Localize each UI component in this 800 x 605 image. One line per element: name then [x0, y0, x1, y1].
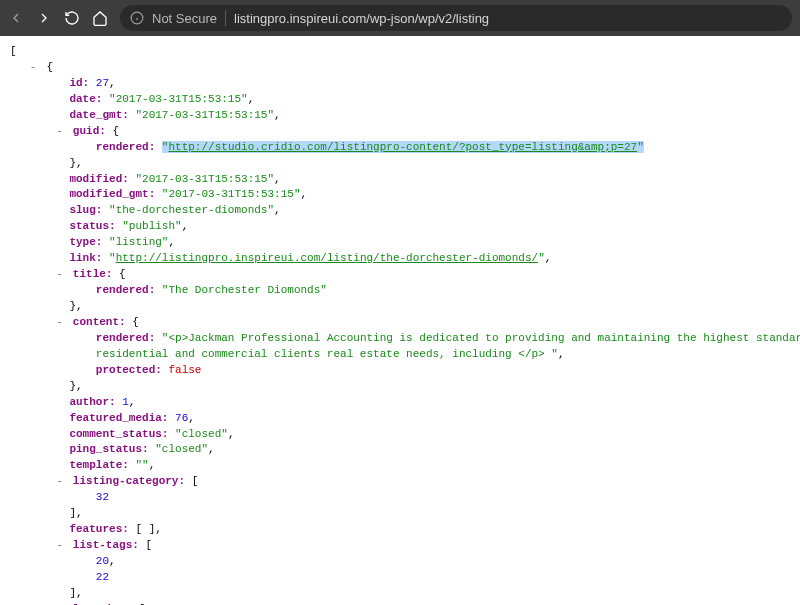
guid-rendered-value: "http://studio.cridio.com/listingpro-con… [162, 141, 644, 153]
url-text: listingpro.inspireui.com/wp-json/wp/v2/l… [234, 11, 489, 26]
title-rendered-value: "The Dorchester Diomonds" [162, 284, 327, 296]
status-value: "publish" [122, 220, 181, 232]
toggle-icon[interactable]: - [56, 124, 66, 140]
toggle-icon[interactable]: - [56, 267, 66, 283]
toggle-icon[interactable]: - [56, 474, 66, 490]
comment-status-value: "closed" [175, 428, 228, 440]
home-button[interactable] [92, 10, 108, 26]
list-tags-1: 22 [96, 571, 109, 583]
forward-button[interactable] [36, 10, 52, 26]
featured-media-value: 76 [175, 412, 188, 424]
slug-value: "the-dorchester-diomonds" [109, 204, 274, 216]
type-value: "listing" [109, 236, 168, 248]
toggle-icon[interactable]: - [56, 315, 66, 331]
modified-gmt-value: "2017-03-31T15:53:15" [162, 188, 301, 200]
back-button[interactable] [8, 10, 24, 26]
listing-category-0: 32 [96, 491, 109, 503]
link-url[interactable]: http://listingpro.inspireui.com/listing/… [116, 252, 538, 264]
content-protected-value: false [168, 364, 201, 376]
template-value: "" [135, 459, 148, 471]
reload-button[interactable] [64, 10, 80, 26]
toggle-icon[interactable]: - [56, 538, 66, 554]
address-bar[interactable]: Not Secure listingpro.inspireui.com/wp-j… [120, 5, 792, 31]
guid-link[interactable]: http://studio.cridio.com/listingpro-cont… [168, 141, 637, 153]
modified-value: "2017-03-31T15:53:15" [135, 173, 274, 185]
toggle-icon[interactable]: - [30, 60, 40, 76]
author-value: 1 [122, 396, 129, 408]
date-gmt-value: "2017-03-31T15:53:15" [135, 109, 274, 121]
link-value: "http://listingpro.inspireui.com/listing… [109, 252, 545, 264]
security-status: Not Secure [152, 11, 217, 26]
content-rendered-line2: residential and commercial clients real … [96, 348, 558, 360]
ping-status-value: "closed" [155, 443, 208, 455]
date-value: "2017-03-31T15:53:15" [109, 93, 248, 105]
id-value: 27 [96, 77, 109, 89]
content-rendered-value: "<p>Jackman Professional Accounting is d… [162, 332, 800, 344]
features-value: [ ] [135, 523, 155, 535]
list-tags-0: 20 [96, 555, 109, 567]
browser-toolbar: Not Secure listingpro.inspireui.com/wp-j… [0, 0, 800, 36]
info-icon [130, 11, 144, 25]
json-viewer: [ - { id: 27, date: "2017-03-31T15:53:15… [0, 36, 800, 605]
divider [225, 10, 226, 26]
